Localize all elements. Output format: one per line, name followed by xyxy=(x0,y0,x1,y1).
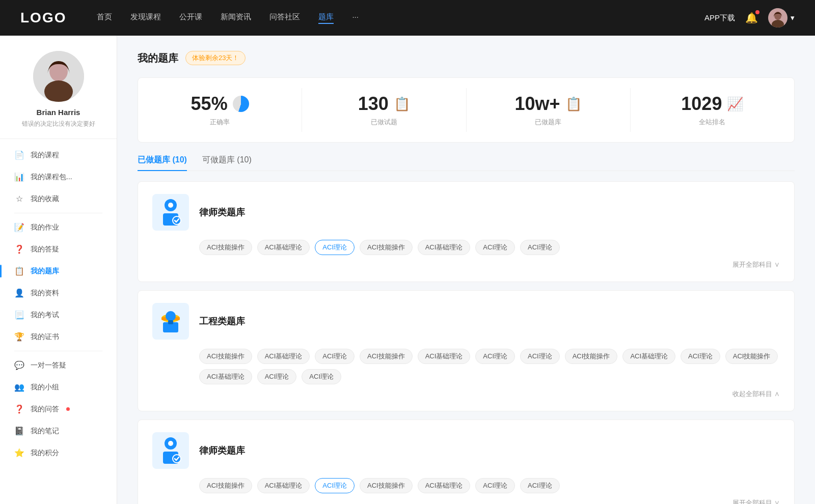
tab-available-banks[interactable]: 可做题库 (10) xyxy=(202,155,252,171)
stat-ranking: 1029 📈 全站排名 xyxy=(631,88,794,132)
sidebar-item-my-homework[interactable]: 📝 我的作业 xyxy=(0,216,117,238)
profile-icon: 👤 xyxy=(14,288,24,298)
bank-card-0-header: 律师类题库 xyxy=(152,194,780,231)
notification-bell[interactable]: 🔔 xyxy=(745,12,758,24)
stat-done-banks: 10w+ 📋 已做题库 xyxy=(467,88,631,132)
sidebar-divider-1 xyxy=(14,213,102,213)
bank-1-tag-0[interactable]: ACI技能操作 xyxy=(199,349,252,364)
nav-news[interactable]: 新闻资讯 xyxy=(221,12,251,24)
page-title: 我的题库 xyxy=(138,51,178,65)
stats-bar: 55% 正确率 130 📋 已做试题 10w+ 📋 已做题库 xyxy=(138,77,795,143)
bank-1-tag-1[interactable]: ACI基础理论 xyxy=(257,349,310,364)
sidebar-item-my-course[interactable]: 📄 我的课程 xyxy=(0,144,117,166)
bank-1-tag-11[interactable]: ACI基础理论 xyxy=(199,369,252,384)
bank-0-expand-link[interactable]: 展开全部科目 ∨ xyxy=(152,260,780,269)
bank-2-tag-6[interactable]: ACI理论 xyxy=(520,478,560,493)
sidebar-item-my-favorites[interactable]: ☆ 我的收藏 xyxy=(0,188,117,210)
sidebar-label-my-qa: 我的答疑 xyxy=(31,245,59,254)
bank-0-tag-5[interactable]: ACI理论 xyxy=(475,240,515,255)
bank-1-tag-4[interactable]: ACI基础理论 xyxy=(418,349,471,364)
bank-card-2: 律师类题库 ACI技能操作 ACI基础理论 ACI理论 ACI技能操作 ACI基… xyxy=(138,419,795,504)
sidebar-item-my-profile[interactable]: 👤 我的资料 xyxy=(0,282,117,304)
user-avatar-menu[interactable]: ▾ xyxy=(768,8,795,27)
sidebar-item-my-bank[interactable]: 📋 我的题库 xyxy=(0,260,117,282)
bank-2-tag-3[interactable]: ACI技能操作 xyxy=(360,478,413,493)
stat-done-banks-number: 10w+ xyxy=(515,93,560,115)
bank-card-0: 律师类题库 ACI技能操作 ACI基础理论 ACI理论 ACI技能操作 ACI基… xyxy=(138,181,795,282)
bank-2-tag-2[interactable]: ACI理论 xyxy=(315,478,355,493)
main-layout: Brian Harris 错误的决定比没有决定要好 📄 我的课程 📊 我的课程包… xyxy=(0,36,815,504)
sidebar-item-my-group[interactable]: 👥 我的小组 xyxy=(0,376,117,398)
engineer-icon xyxy=(157,308,184,334)
sidebar-item-course-package[interactable]: 📊 我的课程包... xyxy=(0,166,117,188)
bank-1-tag-10[interactable]: ACI技能操作 xyxy=(725,349,778,364)
bank-2-icon-wrap xyxy=(152,432,189,469)
bank-0-tag-3[interactable]: ACI技能操作 xyxy=(360,240,413,255)
bank-2-expand-link[interactable]: 展开全部科目 ∨ xyxy=(152,498,780,504)
favorites-icon: ☆ xyxy=(14,194,24,204)
bank-1-expand-link[interactable]: 收起全部科目 ∧ xyxy=(152,389,780,399)
nav-home[interactable]: 首页 xyxy=(97,12,112,24)
bank-1-tag-7[interactable]: ACI技能操作 xyxy=(565,349,618,364)
nav-more[interactable]: ··· xyxy=(352,12,359,24)
nav-discover[interactable]: 发现课程 xyxy=(130,12,161,24)
sidebar-label-my-favorites: 我的收藏 xyxy=(31,194,59,204)
avatar xyxy=(768,8,787,27)
main-content: 我的题库 体验剩余23天！ 55% 正确率 130 📋 已做试题 xyxy=(117,36,815,504)
done-banks-icon: 📋 xyxy=(565,96,582,112)
bank-1-tag-5[interactable]: ACI理论 xyxy=(475,349,515,364)
bank-1-tag-6[interactable]: ACI理论 xyxy=(520,349,560,364)
sidebar-item-one-on-one[interactable]: 💬 一对一答疑 xyxy=(0,354,117,376)
app-download-btn[interactable]: APP下载 xyxy=(704,13,735,23)
group-icon: 👥 xyxy=(14,382,24,392)
sidebar-item-my-questions[interactable]: ❓ 我的问答 xyxy=(0,398,117,420)
profile-motto: 错误的决定比没有决定要好 xyxy=(10,120,106,128)
one-on-one-icon: 💬 xyxy=(14,360,24,370)
profile-avatar xyxy=(33,51,84,102)
bank-1-tag-8[interactable]: ACI基础理论 xyxy=(622,349,675,364)
navbar-menu: 首页 发现课程 公开课 新闻资讯 问答社区 题库 ··· xyxy=(97,12,704,24)
bank-0-tag-4[interactable]: ACI基础理论 xyxy=(418,240,471,255)
bank-2-tag-4[interactable]: ACI基础理论 xyxy=(418,478,471,493)
sidebar-item-my-qa[interactable]: ❓ 我的答疑 xyxy=(0,238,117,260)
homework-icon: 📝 xyxy=(14,222,24,232)
stat-ranking-number: 1029 xyxy=(681,93,722,115)
accuracy-pie-icon xyxy=(233,96,249,112)
stat-done-banks-value: 10w+ 📋 xyxy=(477,93,620,115)
sidebar-label-my-exam: 我的考试 xyxy=(31,311,59,320)
sidebar-profile: Brian Harris 错误的决定比没有决定要好 xyxy=(0,51,117,139)
bank-1-tag-2[interactable]: ACI理论 xyxy=(315,349,355,364)
sidebar-item-my-cert[interactable]: 🏆 我的证书 xyxy=(0,326,117,348)
tab-done-banks[interactable]: 已做题库 (10) xyxy=(138,155,187,171)
bank-0-tag-0[interactable]: ACI技能操作 xyxy=(199,240,252,255)
sidebar-item-my-notes[interactable]: 📓 我的笔记 xyxy=(0,420,117,442)
bank-1-tag-3[interactable]: ACI技能操作 xyxy=(360,349,413,364)
dropdown-arrow: ▾ xyxy=(791,13,795,22)
bank-1-tags: ACI技能操作 ACI基础理论 ACI理论 ACI技能操作 ACI基础理论 AC… xyxy=(199,349,780,384)
bank-2-tag-0[interactable]: ACI技能操作 xyxy=(199,478,252,493)
nav-question-bank[interactable]: 题库 xyxy=(318,12,334,24)
ranking-icon: 📈 xyxy=(727,96,743,112)
bank-0-tag-6[interactable]: ACI理论 xyxy=(520,240,560,255)
bank-1-tag-12[interactable]: ACI理论 xyxy=(257,369,297,384)
sidebar-label-my-bank: 我的题库 xyxy=(31,267,59,276)
navbar: LOGO 首页 发现课程 公开课 新闻资讯 问答社区 题库 ··· APP下载 … xyxy=(0,0,815,36)
bank-1-tag-13[interactable]: ACI理论 xyxy=(302,369,341,384)
nav-qa[interactable]: 问答社区 xyxy=(269,12,300,24)
sidebar-item-my-points[interactable]: ⭐ 我的积分 xyxy=(0,442,117,464)
trial-badge: 体验剩余23天！ xyxy=(185,51,246,65)
bank-2-tags: ACI技能操作 ACI基础理论 ACI理论 ACI技能操作 ACI基础理论 AC… xyxy=(199,478,780,493)
bank-0-tag-2[interactable]: ACI理论 xyxy=(315,240,355,255)
sidebar-label-my-notes: 我的笔记 xyxy=(31,427,59,436)
profile-name: Brian Harris xyxy=(10,108,106,117)
course-package-icon: 📊 xyxy=(14,172,24,182)
nav-open-course[interactable]: 公开课 xyxy=(179,12,202,24)
stat-done-questions-number: 130 xyxy=(358,93,389,115)
bank-2-tag-1[interactable]: ACI基础理论 xyxy=(257,478,310,493)
sidebar-label-my-course: 我的课程 xyxy=(31,151,59,160)
bank-2-tag-5[interactable]: ACI理论 xyxy=(475,478,515,493)
stat-ranking-value: 1029 📈 xyxy=(641,93,784,115)
bank-0-tag-1[interactable]: ACI基础理论 xyxy=(257,240,310,255)
bank-1-tag-9[interactable]: ACI理论 xyxy=(681,349,720,364)
sidebar-item-my-exam[interactable]: 📃 我的考试 xyxy=(0,304,117,326)
